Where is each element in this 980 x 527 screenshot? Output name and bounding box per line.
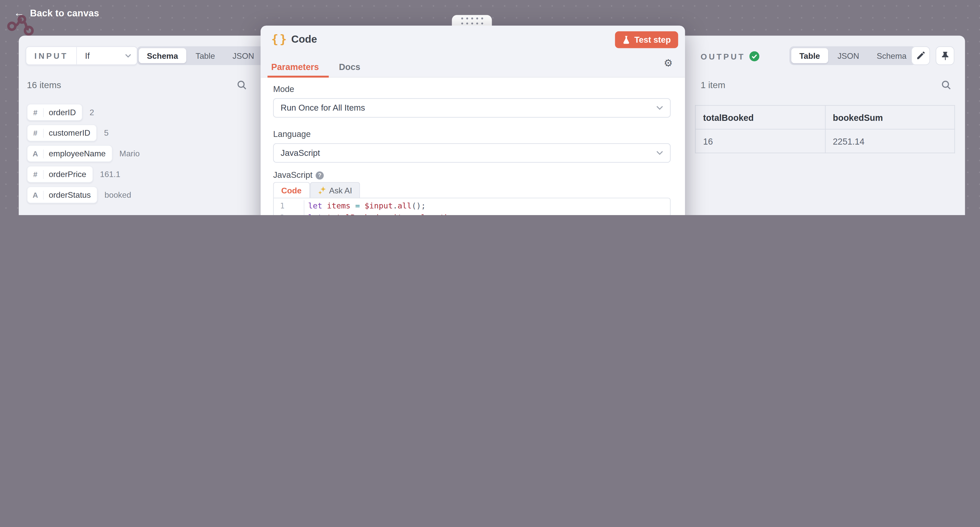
number-type-icon: # [27, 128, 44, 137]
tab-json[interactable]: JSON [829, 48, 867, 63]
edit-output-button[interactable] [912, 46, 930, 65]
modal-drag-handle[interactable] [452, 15, 492, 26]
field-name: orderID [44, 107, 82, 117]
field-name: orderStatus [44, 190, 97, 200]
input-search-icon[interactable] [237, 80, 247, 90]
tab-json[interactable]: JSON [224, 48, 262, 63]
language-select-value: JavaScript [281, 148, 320, 158]
field-value: 2 [89, 107, 94, 117]
code-node-icon: {} [271, 32, 288, 46]
field-name: customerID [44, 128, 97, 138]
schema-item-orderStatus: AorderStatusbooked [27, 187, 140, 203]
table-row: 162251.14 [695, 129, 955, 153]
schema-pill[interactable]: AorderStatus [27, 187, 97, 203]
line-number: 1 [274, 200, 304, 212]
input-node-select-value: If [85, 51, 89, 61]
language-label: Language [273, 129, 310, 139]
table-cell: 16 [695, 129, 825, 153]
output-search-icon[interactable] [941, 80, 951, 90]
code-line-2: 2let totalBooked = items.length; [274, 212, 670, 215]
tab-schema[interactable]: Schema [869, 48, 915, 63]
back-label: Back to canvas [30, 7, 99, 18]
mode-label: Mode [273, 85, 294, 94]
input-schema-list: #orderID2#customerID5AemployeeNameMario#… [27, 104, 140, 203]
output-label: OUTPUT [700, 52, 745, 61]
code-editor[interactable]: 1let items = $input.all();2let totalBook… [273, 198, 671, 215]
field-name: orderPrice [44, 169, 92, 179]
schema-item-orderID: #orderID2 [27, 104, 140, 121]
chevron-down-icon [125, 54, 131, 58]
tab-ask-ai[interactable]: Ask AI [310, 182, 360, 198]
mode-select-value: Run Once for All Items [281, 103, 365, 113]
code-line-1: 1let items = $input.all(); [274, 200, 670, 212]
screen: KM I wish this node would... ← Back to c… [0, 0, 980, 215]
input-label: INPUT [26, 51, 76, 61]
number-type-icon: # [27, 108, 44, 117]
field-value: 161.1 [100, 169, 121, 179]
help-icon[interactable]: ? [316, 171, 324, 179]
gear-icon[interactable]: ⚙ [664, 58, 673, 68]
schema-pill[interactable]: AemployeeName [27, 145, 113, 162]
field-name: employeeName [44, 149, 112, 158]
test-step-button[interactable]: Test step [615, 31, 678, 48]
tab-table[interactable]: Table [791, 48, 828, 63]
chevron-down-icon [656, 151, 663, 155]
success-check-icon [749, 51, 759, 61]
column-header-totalbooked: totalBooked [695, 105, 825, 129]
code-node-modal: {} Code Test step ParametersDocs ⚙ Mode … [261, 26, 685, 215]
node-title: Code [291, 33, 317, 45]
tab-schema[interactable]: Schema [139, 48, 186, 63]
pencil-icon [916, 51, 925, 60]
modal-nav-tabs: ParametersDocs [271, 56, 360, 78]
output-items-count: 1 item [700, 80, 725, 90]
string-type-icon: A [27, 149, 44, 158]
flask-icon [622, 35, 630, 44]
chevron-down-icon [656, 106, 663, 110]
schema-pill[interactable]: #orderID [27, 104, 83, 121]
language-select[interactable]: JavaScript [273, 143, 671, 163]
modal-header: {} Code Test step ParametersDocs ⚙ [261, 26, 685, 77]
schema-item-employeeName: AemployeeNameMario [27, 145, 140, 162]
pin-icon [941, 51, 949, 61]
code-text: let totalBooked = items.length; [304, 212, 454, 215]
output-table: totalBookedbookedSum162251.14 [695, 105, 955, 153]
schema-item-customerID: #customerID5 [27, 125, 140, 141]
test-step-label: Test step [635, 35, 671, 45]
input-view-tabs: SchemaTableJSON [137, 46, 264, 65]
tab-parameters[interactable]: Parameters [271, 56, 319, 78]
schema-item-orderPrice: #orderPrice161.1 [27, 166, 140, 183]
input-node-select[interactable]: If [77, 51, 137, 61]
tab-docs[interactable]: Docs [339, 56, 360, 78]
editor-label: JavaScript? [273, 170, 324, 180]
output-header: OUTPUT [700, 51, 759, 61]
string-type-icon: A [27, 190, 44, 199]
schema-pill[interactable]: #customerID [27, 125, 97, 141]
tab-code[interactable]: Code [273, 182, 310, 198]
back-to-canvas[interactable]: ← Back to canvas [14, 7, 99, 18]
back-arrow-icon: ← [14, 7, 24, 18]
line-number: 2 [274, 212, 304, 215]
table-cell: 2251.14 [825, 129, 955, 153]
mode-select[interactable]: Run Once for All Items [273, 98, 671, 118]
code-text: let items = $input.all(); [304, 200, 426, 212]
field-value: booked [104, 190, 131, 200]
number-type-icon: # [27, 170, 44, 179]
field-value: 5 [104, 128, 109, 138]
input-node-selector: INPUT If [25, 46, 137, 65]
output-view-tabs: TableJSONSchema [789, 46, 916, 65]
grip-dots-icon [461, 17, 483, 24]
input-items-count: 16 items [27, 80, 61, 90]
editor-label-text: JavaScript [273, 170, 312, 180]
column-header-bookedsum: bookedSum [825, 105, 955, 129]
tab-table[interactable]: Table [187, 48, 223, 63]
pin-output-button[interactable] [935, 46, 954, 65]
field-value: Mario [119, 149, 140, 158]
editor-tabs: CodeAsk AI [273, 182, 360, 198]
sparkles-icon [318, 186, 326, 195]
schema-pill[interactable]: #orderPrice [27, 166, 93, 183]
